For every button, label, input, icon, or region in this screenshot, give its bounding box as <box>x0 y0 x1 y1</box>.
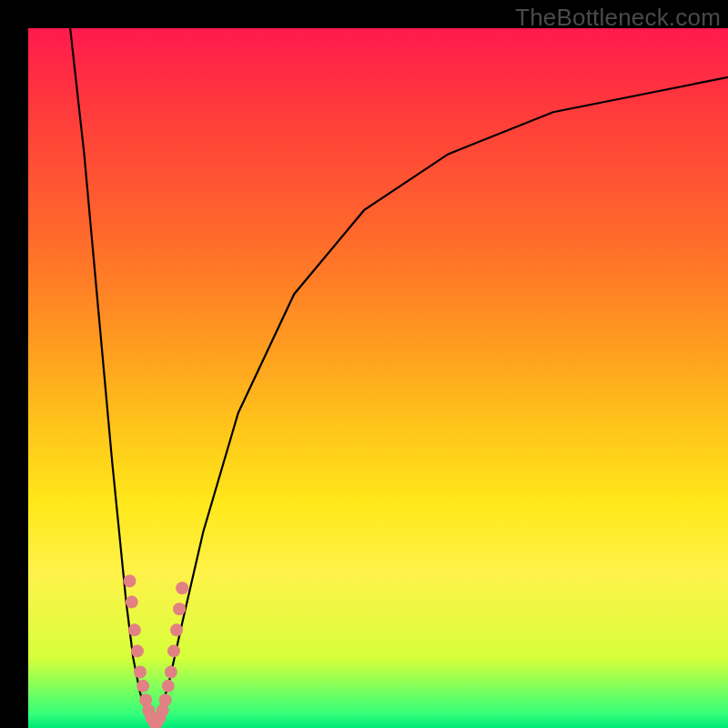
marker-dot <box>162 680 175 693</box>
marker-dot <box>157 704 169 717</box>
marker-dot <box>131 644 144 657</box>
marker-dot <box>167 644 180 657</box>
chart-frame: TheBottleneck.com <box>0 0 728 728</box>
curve-svg <box>28 28 728 728</box>
marker-dot <box>154 711 167 723</box>
marker-dot <box>151 716 164 728</box>
marker-dot <box>142 704 155 717</box>
marker-dot <box>139 693 152 706</box>
plot-area <box>28 28 728 728</box>
marker-dot <box>126 596 138 609</box>
curve-left-branch <box>70 28 154 728</box>
marker-dot <box>124 575 136 588</box>
marker-dot <box>128 623 141 636</box>
marker-dot <box>159 693 172 706</box>
marker-dot <box>165 665 177 678</box>
marker-dot <box>176 581 188 594</box>
marker-dot <box>147 716 160 728</box>
marker-dot <box>170 623 183 636</box>
marker-dot <box>173 602 186 615</box>
curve-right-branch <box>154 77 728 728</box>
marker-dot <box>136 680 149 693</box>
marker-dot <box>134 665 147 678</box>
marker-dot <box>145 711 157 723</box>
